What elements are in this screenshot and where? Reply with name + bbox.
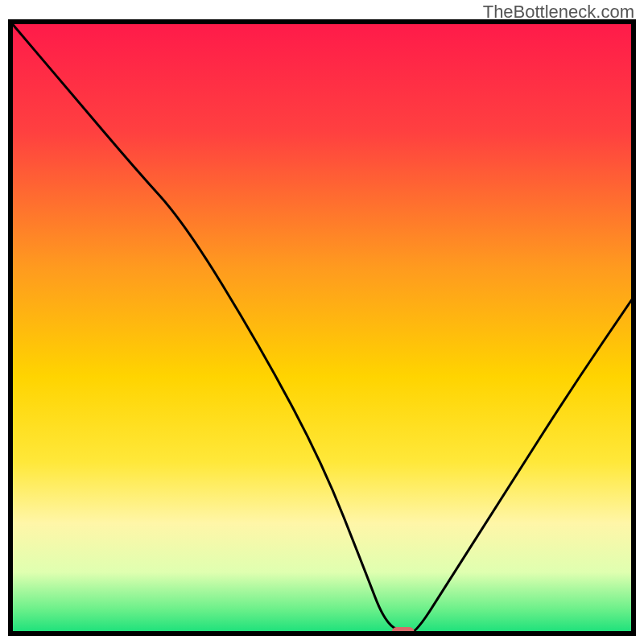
chart-svg bbox=[8, 19, 636, 636]
chart-container: TheBottleneck.com bbox=[0, 0, 644, 644]
gradient-background bbox=[10, 22, 634, 634]
watermark-text: TheBottleneck.com bbox=[483, 2, 634, 23]
chart-plot bbox=[8, 19, 636, 636]
